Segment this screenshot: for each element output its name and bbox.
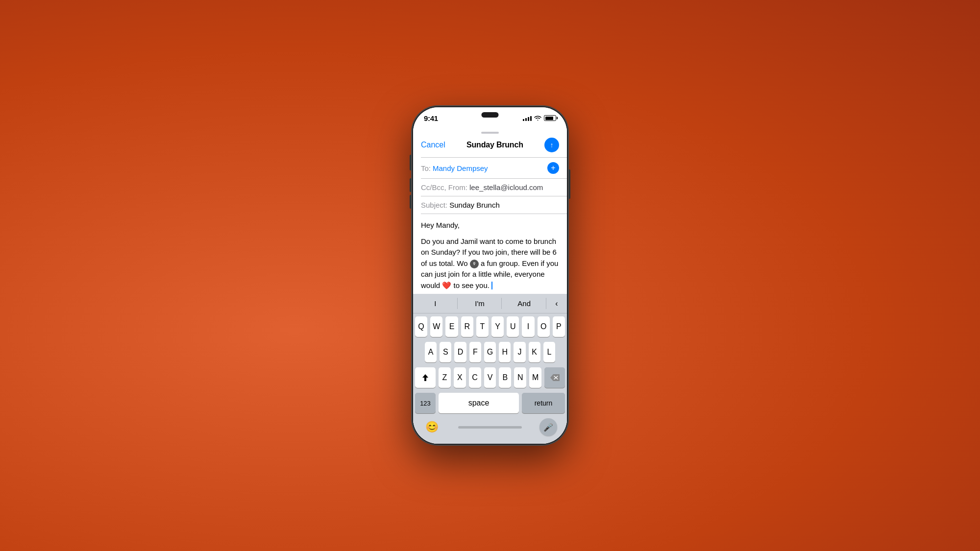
emoji-icon: 😊 [425,421,439,433]
key-d[interactable]: D [454,342,466,362]
predictive-item-1[interactable]: I [413,294,458,313]
mic-button[interactable]: 🎤 [539,418,557,436]
key-l[interactable]: L [543,342,555,362]
predictive-bar: I I'm And ‹ [413,294,567,313]
delete-key[interactable] [544,367,565,388]
key-b[interactable]: B [499,367,511,388]
wifi-icon [534,115,541,122]
key-g[interactable]: G [484,342,496,362]
volume-down-button [410,178,411,192]
email-body[interactable]: Hey Mandy, Do you and Jamil want to come… [413,214,567,294]
home-indicator [458,426,522,429]
predictive-item-3[interactable]: And [502,294,546,313]
key-q[interactable]: Q [415,316,427,337]
dynamic-island [482,112,499,118]
numbers-key[interactable]: 123 [415,393,436,413]
recipient-chip[interactable]: Mandy Dempsey [433,164,488,172]
predictive-item-2[interactable]: I'm [458,294,502,313]
ccbcc-label: Cc/Bcc, From: [421,183,467,192]
compose-header: Cancel Sunday Brunch ↑ [413,135,567,157]
sheet-handle [413,129,567,135]
subject-value: Sunday Brunch [449,201,500,209]
power-button [569,169,570,199]
send-button[interactable]: ↑ [544,138,559,152]
key-i[interactable]: I [522,316,534,337]
key-row-2: A S D F G H J K L [415,342,565,362]
mic-icon: 🎤 [543,423,553,432]
key-a[interactable]: A [425,342,437,362]
key-n[interactable]: N [514,367,526,388]
status-bar: 9:41 [413,107,567,129]
plus-icon: + [551,164,555,172]
key-x[interactable]: X [454,367,466,388]
key-o[interactable]: O [538,316,550,337]
key-c[interactable]: C [469,367,481,388]
text-cursor [491,282,492,289]
key-e[interactable]: E [445,316,458,337]
signal-icon [523,115,532,121]
key-v[interactable]: V [484,367,496,388]
battery-icon [544,115,556,121]
key-row-3: Z X C V B N M [415,367,565,388]
subject-field[interactable]: Subject: Sunday Brunch [413,196,567,214]
key-j[interactable]: J [514,342,525,362]
emoji-button[interactable]: 😊 [423,418,441,436]
body-content: Do you and Jamil want to come to brunch … [421,236,559,291]
key-row-4: 123 space return [415,393,565,413]
key-h[interactable]: H [499,342,511,362]
phone-frame: 9:41 [412,106,568,445]
key-p[interactable]: P [553,316,565,337]
key-k[interactable]: K [529,342,540,362]
key-row-1: Q W E R T Y U I O P [415,316,565,337]
key-s[interactable]: S [440,342,451,362]
cancel-button[interactable]: Cancel [421,141,445,149]
key-y[interactable]: Y [491,316,504,337]
space-key[interactable]: space [439,393,519,413]
bottom-bar: 😊 🎤 [413,414,567,444]
phone-mockup: 9:41 [412,106,568,445]
mail-compose-container: Cancel Sunday Brunch ↑ To: Mandy Dempsey… [413,129,567,444]
key-t[interactable]: T [476,316,489,337]
status-icons [523,115,556,122]
keyboard: I I'm And ‹ Q W E R T [413,294,567,444]
body-greeting: Hey Mandy, [421,220,559,231]
volume-up-button [410,195,411,209]
shift-key[interactable] [415,367,436,388]
key-m[interactable]: M [529,367,541,388]
compose-title: Sunday Brunch [466,141,523,149]
predictive-back-icon[interactable]: ‹ [546,299,567,308]
key-u[interactable]: U [507,316,519,337]
phone-screen: 9:41 [413,107,567,444]
key-r[interactable]: R [461,316,473,337]
key-rows: Q W E R T Y U I O P [413,313,567,414]
key-z[interactable]: Z [439,367,451,388]
to-label: To: [421,164,431,172]
subject-label: Subject: [421,201,447,209]
ccbcc-field[interactable]: Cc/Bcc, From: lee_stella@icloud.com [413,179,567,196]
return-key[interactable]: return [522,393,565,413]
status-time: 9:41 [424,114,438,122]
key-f[interactable]: F [469,342,481,362]
ccbcc-value: lee_stella@icloud.com [469,183,543,192]
add-recipient-button[interactable]: + [547,162,559,174]
send-arrow-icon: ↑ [550,141,553,149]
to-field[interactable]: To: Mandy Dempsey + [413,158,567,178]
key-w[interactable]: W [430,316,442,337]
